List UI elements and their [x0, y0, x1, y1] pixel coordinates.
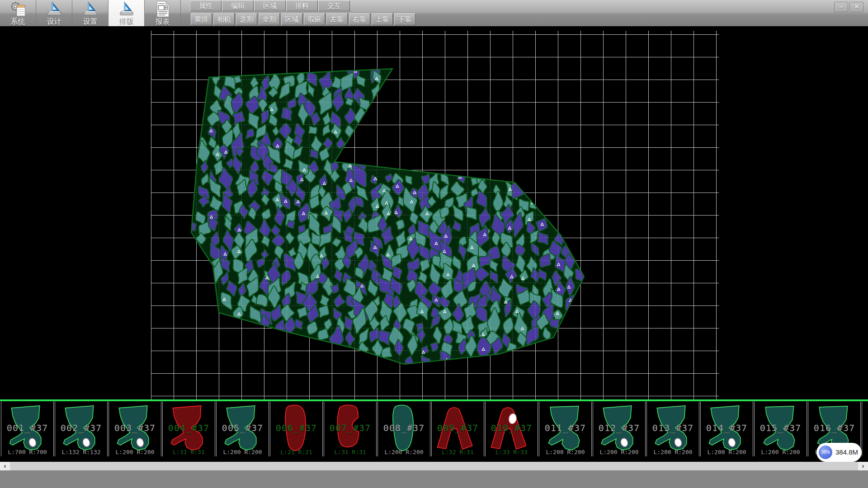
app-button[interactable]: 报表 [145, 0, 181, 26]
ribbon-tab[interactable]: 区域 [254, 0, 286, 11]
piece-shape [55, 402, 108, 456]
thumbnail-tile[interactable]: 004_#37 L:31 R:31 [162, 402, 215, 456]
tool-button[interactable]: 全割 [259, 13, 280, 25]
thumbnail-tile[interactable]: 012_#37 L:200 R:200 [593, 402, 646, 456]
tool-button[interactable]: 上靠 [372, 13, 393, 25]
thumbnail-tile[interactable]: 002_#37 L:132 R:132 [55, 402, 108, 456]
thumbnail-tile[interactable]: 014_#37 L:200 R:200 [700, 402, 753, 456]
thumbnail-tile[interactable]: 006_#37 L:21 R:21 [270, 402, 323, 456]
thumbnail-tile[interactable]: 007_#37 L:31 R:31 [324, 402, 377, 456]
scroll-left-arrow-icon[interactable]: ‹ [0, 462, 10, 470]
ruler-icon [82, 0, 99, 18]
tool-button[interactable]: 右靠 [349, 13, 370, 25]
status-strip [0, 470, 868, 488]
ribbon-tab[interactable]: 编辑 [222, 0, 254, 11]
tool-button[interactable]: 选割 [236, 13, 257, 25]
tool-button[interactable]: 下靠 [394, 13, 415, 25]
piece-shape [647, 402, 700, 456]
thumbnail-tile[interactable]: 013_#37 L:200 R:200 [646, 402, 699, 456]
nesting-canvas-area[interactable] [0, 26, 868, 399]
thumbnail-tile[interactable]: 011_#37 L:200 R:200 [539, 402, 592, 456]
thumbnail-tile[interactable]: 010_#37 L:33 R:33 [485, 402, 538, 456]
ribbon-tab[interactable]: 属性 [190, 0, 222, 11]
app-button-label: 系统 [11, 18, 25, 26]
report-icon [154, 0, 171, 18]
scroll-right-arrow-icon[interactable]: › [858, 462, 868, 470]
horizontal-scrollbar[interactable]: ‹ › [0, 462, 868, 470]
piece-shape [109, 402, 162, 456]
thumbnail-tile[interactable]: 009_#37 L:32 R:31 [431, 402, 484, 456]
tool-button[interactable]: 聚排 [191, 13, 212, 25]
tool-button[interactable]: 瑕疵 [304, 13, 325, 25]
tool-button[interactable]: 左靠 [326, 13, 348, 25]
strip-top-border [0, 399, 868, 401]
nesting-canvas[interactable] [0, 26, 868, 399]
app-button-label: 排版 [119, 18, 134, 26]
app-button[interactable]: 排版 [108, 0, 145, 26]
ribbon-tool-row: 聚排相机选割全割区域瑕疵左靠右靠上靠下靠 [191, 13, 415, 26]
app-button-label: 设计 [47, 18, 61, 26]
app-button-label: 设置 [83, 18, 98, 26]
piece-shape [701, 402, 754, 456]
close-button[interactable]: ✕ [849, 2, 863, 12]
piece-shape [163, 402, 216, 456]
memory-badge[interactable]: 38% 384.8M [816, 443, 862, 462]
thumbnail-tile[interactable]: 005_#37 L:200 R:200 [216, 402, 269, 456]
piece-shape [378, 402, 431, 456]
ruler-icon [46, 0, 63, 18]
piece-shape [755, 402, 807, 456]
ruler-icon [118, 0, 135, 18]
piece-shape [862, 402, 868, 456]
ribbon-tab-row: 属性编辑区域排料交互 [190, 0, 350, 12]
percent-circle-icon: 38% [819, 446, 832, 459]
piece-shape [324, 402, 377, 456]
piece-shape [217, 402, 269, 456]
thumbnail-tile-partial[interactable] [862, 402, 868, 456]
piece-thumbnail-strip: 001_#37 L:700 R:700 002_#37 L:132 R:132 … [0, 399, 868, 456]
piece-shape [539, 402, 592, 456]
title-bar: 系统 设计 设置 排版 [0, 0, 868, 26]
tool-button[interactable]: 区域 [281, 13, 302, 25]
piece-shape [432, 402, 485, 456]
app-button-label: 报表 [156, 18, 170, 26]
thumbnail-tile[interactable]: 003_#37 L:200 R:200 [108, 402, 161, 456]
thumbnail-tile[interactable]: 008_#37 L:200 R:200 [377, 402, 430, 456]
piece-shape [486, 402, 538, 456]
gear-icon [9, 0, 27, 18]
app-button[interactable]: 设计 [36, 0, 72, 26]
memory-value: 384.8M [835, 443, 858, 462]
app-button-group: 系统 设计 设置 排版 [0, 0, 181, 26]
app-button[interactable]: 系统 [0, 0, 36, 26]
ribbon-tab[interactable]: 排料 [286, 0, 318, 11]
minimize-button[interactable]: – [834, 2, 848, 12]
application-window: 系统 设计 设置 排版 [0, 0, 868, 488]
thumbnail-tile[interactable]: 001_#37 L:700 R:700 [1, 402, 54, 456]
tool-button[interactable]: 相机 [213, 13, 235, 25]
piece-shape [270, 402, 323, 456]
ribbon-tab[interactable]: 交互 [318, 0, 350, 11]
app-button[interactable]: 设置 [72, 0, 108, 26]
thumbnail-tile[interactable]: 015_#37 L:200 R:200 [754, 402, 807, 456]
piece-shape [593, 402, 646, 456]
piece-shape [1, 402, 54, 456]
